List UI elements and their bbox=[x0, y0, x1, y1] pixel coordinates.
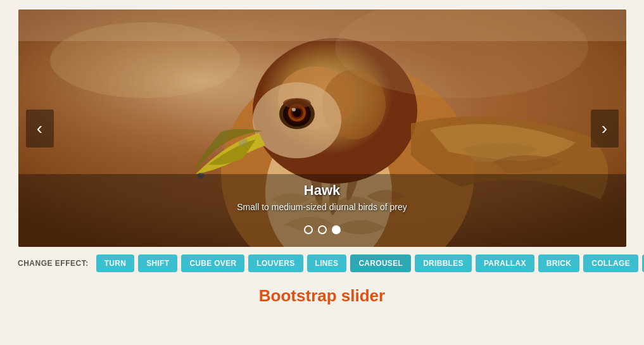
effects-row: CHANGE EFFECT: TURN SHIFT CUBE OVER LOUV… bbox=[0, 247, 644, 280]
effect-parallax-button[interactable]: PARALLAX bbox=[476, 254, 534, 272]
effects-label: CHANGE EFFECT: bbox=[18, 259, 89, 268]
effect-brick-button[interactable]: BRICK bbox=[538, 254, 580, 272]
carousel-prev-button[interactable]: ‹ bbox=[26, 110, 54, 147]
effect-shift-button[interactable]: SHIFT bbox=[138, 254, 177, 272]
carousel: ‹ › Hawk Small to medium-sized diurnal b… bbox=[18, 9, 626, 247]
effect-carousel-button[interactable]: CAROUSEL bbox=[350, 254, 411, 272]
carousel-next-button[interactable]: › bbox=[591, 110, 619, 147]
effect-cubeover-button[interactable]: CUBE OVER bbox=[181, 254, 244, 272]
effect-collage-button[interactable]: COLLAGE bbox=[583, 254, 638, 272]
effect-turn-button[interactable]: TURN bbox=[96, 254, 135, 272]
carousel-caption: Hawk Small to medium-sized diurnal birds… bbox=[237, 182, 407, 212]
effect-dribbles-button[interactable]: DRIBBLES bbox=[415, 254, 472, 272]
prev-icon: ‹ bbox=[37, 118, 42, 139]
indicator-1[interactable] bbox=[318, 225, 327, 234]
effect-lines-button[interactable]: LINES bbox=[307, 254, 347, 272]
svg-point-18 bbox=[283, 98, 311, 108]
indicator-0[interactable] bbox=[304, 225, 313, 234]
next-icon: › bbox=[602, 118, 607, 139]
effect-louvers-button[interactable]: LOUVERS bbox=[248, 254, 303, 272]
page-title: Bootstrap slider bbox=[0, 280, 644, 309]
indicator-2[interactable] bbox=[332, 225, 341, 234]
carousel-indicators bbox=[304, 225, 341, 234]
slide-title: Hawk bbox=[237, 182, 407, 199]
svg-point-21 bbox=[50, 22, 240, 98]
slide-description: Small to medium-sized diurnal birds of p… bbox=[237, 202, 407, 212]
